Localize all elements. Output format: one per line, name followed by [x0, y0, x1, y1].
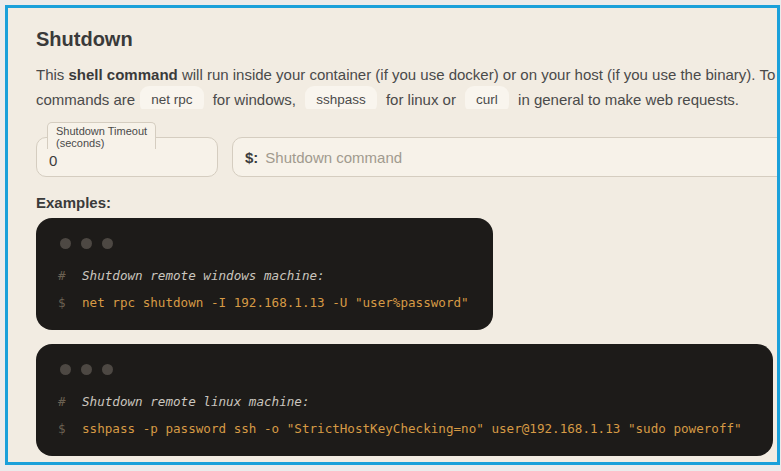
code-comment-line: #Shutdown remote linux machine: — [58, 388, 753, 415]
intro-segment: commands are — [36, 91, 135, 108]
command-field: $: — [232, 137, 780, 177]
code-command-line: $sshpass -p password ssh -o "StrictHostK… — [58, 415, 753, 442]
inline-code-sshpass: sshpass — [305, 86, 377, 109]
terminal-dot-icon — [60, 238, 71, 249]
shutdown-settings-panel: Shutdown This shell command will run ins… — [5, 5, 780, 465]
terminal-dot-icon — [102, 238, 113, 249]
intro-segment: for windows, — [209, 91, 301, 108]
timeout-label: Shutdown Timeout (seconds) — [47, 122, 156, 149]
terminal-dot-icon — [81, 238, 92, 249]
example-code-block-linux: #Shutdown remote linux machine: $sshpass… — [36, 344, 773, 456]
intro-segment: This — [36, 66, 69, 83]
code-command-line: $net rpc shutdown -I 192.168.1.13 -U "us… — [58, 289, 473, 316]
timeout-field: Shutdown Timeout (seconds) — [36, 137, 218, 177]
intro-segment: for linux or — [382, 91, 460, 108]
inline-code-net-rpc: net rpc — [140, 86, 203, 109]
shutdown-command-input[interactable] — [265, 149, 780, 166]
intro-segment: in general to make web requests. — [514, 91, 739, 108]
dollar-prompt: $ — [58, 289, 82, 316]
terminal-dot-icon — [60, 364, 71, 375]
hash-prompt: # — [58, 388, 82, 415]
inline-code-curl: curl — [465, 86, 509, 109]
examples-heading: Examples: — [36, 194, 777, 211]
terminal-window-dots — [60, 238, 473, 249]
intro-text-line2: commands arenet rpc for windows, sshpass… — [36, 86, 777, 109]
hash-prompt: # — [58, 262, 82, 289]
terminal-dot-icon — [81, 364, 92, 375]
terminal-window-dots — [60, 364, 753, 375]
intro-text: This shell command will run inside your … — [36, 63, 777, 109]
example-code-block-windows: #Shutdown remote windows machine: $net r… — [36, 218, 493, 330]
page-title: Shutdown — [36, 28, 777, 51]
shell-command-emphasis: shell command — [69, 66, 178, 83]
code-comment-text: Shutdown remote windows machine: — [82, 262, 325, 289]
dollar-prompt-prefix: $: — [245, 149, 258, 166]
intro-text-line1: This shell command will run inside your … — [36, 63, 777, 86]
timeout-label-line1: Shutdown Timeout — [56, 125, 147, 137]
code-command-text: net rpc shutdown -I 192.168.1.13 -U "use… — [82, 289, 469, 316]
terminal-dot-icon — [102, 364, 113, 375]
code-command-text: sshpass -p password ssh -o "StrictHostKe… — [82, 415, 742, 442]
timeout-label-line2: (seconds) — [56, 137, 147, 149]
shutdown-command-inputbox[interactable]: $: — [232, 137, 780, 177]
code-comment-line: #Shutdown remote windows machine: — [58, 262, 473, 289]
dollar-prompt: $ — [58, 415, 82, 442]
shutdown-form-row: Shutdown Timeout (seconds) $: — [36, 137, 777, 177]
code-comment-text: Shutdown remote linux machine: — [82, 388, 309, 415]
intro-segment: will run inside your container (if you u… — [178, 66, 776, 83]
